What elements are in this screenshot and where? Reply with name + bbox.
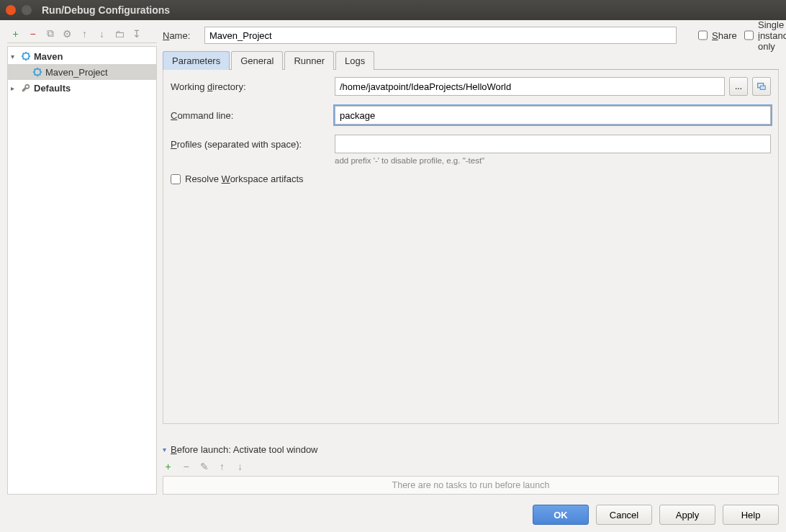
tree-node-defaults[interactable]: ▸ Defaults (8, 80, 156, 96)
svg-point-0 (23, 53, 30, 60)
add-task-icon[interactable]: + (163, 461, 173, 472)
tree-label-defaults: Defaults (34, 83, 71, 94)
tabs: Parameters General Runner Logs (163, 50, 779, 70)
help-button[interactable]: Help (723, 505, 779, 525)
single-instance-checkbox[interactable]: Single instance only (744, 19, 779, 52)
remove-config-icon[interactable]: − (27, 28, 38, 39)
working-directory-input[interactable] (335, 77, 725, 96)
before-launch-empty: There are no tasks to run before launch (392, 480, 550, 490)
move-up-icon[interactable]: ↑ (79, 28, 90, 39)
minimize-icon[interactable] (22, 5, 32, 15)
window-titlebar: Run/Debug Configurations (0, 0, 786, 20)
window-title: Run/Debug Configurations (42, 4, 170, 16)
move-down-icon[interactable]: ↓ (96, 28, 107, 39)
name-label: Name: (163, 30, 197, 41)
expander-icon[interactable]: ▸ (11, 84, 18, 92)
tree-node-maven-project[interactable]: Maven_Project (8, 64, 156, 80)
command-line-input[interactable] (335, 106, 771, 125)
tab-runner[interactable]: Runner (284, 51, 334, 70)
tab-logs[interactable]: Logs (335, 51, 374, 70)
copy-config-icon[interactable]: ⧉ (45, 28, 55, 39)
browse-button[interactable]: ... (729, 77, 748, 96)
expander-icon[interactable]: ▾ (11, 53, 18, 60)
tree-node-maven[interactable]: ▾ Maven (8, 48, 156, 64)
close-icon[interactable] (6, 5, 16, 15)
edit-defaults-icon[interactable]: ⚙ (62, 28, 73, 39)
profiles-label: Profiles (separated with space): (171, 139, 335, 150)
wrench-icon (21, 83, 31, 93)
tab-parameters[interactable]: Parameters (163, 51, 230, 70)
maven-gear-icon (32, 67, 42, 77)
remove-task-icon: − (181, 461, 191, 472)
cancel-button[interactable]: Cancel (596, 505, 652, 525)
before-launch-toolbar: + − ✎ ↑ ↓ (163, 461, 779, 472)
ok-button[interactable]: OK (533, 505, 589, 525)
dialog-buttons: OK Cancel Apply Help (7, 505, 779, 525)
before-launch-header[interactable]: ▾ Before launch: Activate tool window (163, 444, 779, 455)
sort-icon[interactable]: ↧ (131, 28, 142, 39)
config-toolbar: + − ⧉ ⚙ ↑ ↓ 🗀 ↧ (7, 24, 157, 43)
config-tree[interactable]: ▾ Maven Maven_Project ▸ (7, 46, 157, 495)
svg-rect-3 (760, 86, 765, 89)
tab-general[interactable]: General (231, 51, 283, 70)
task-down-icon: ↓ (235, 461, 245, 472)
apply-button[interactable]: Apply (659, 505, 715, 525)
insert-path-button[interactable] (752, 77, 771, 96)
name-input[interactable] (204, 27, 677, 44)
tree-label-maven: Maven (34, 51, 63, 62)
add-config-icon[interactable]: + (10, 28, 21, 39)
maven-gear-icon (21, 51, 31, 61)
profiles-input[interactable] (335, 135, 771, 153)
profiles-hint: add prefix '-' to disable profile, e.g. … (335, 156, 771, 165)
working-directory-label: Working directory: (171, 81, 335, 92)
task-up-icon: ↑ (217, 461, 227, 472)
before-launch-list[interactable]: There are no tasks to run before launch (163, 476, 779, 495)
svg-point-1 (35, 69, 41, 76)
command-line-label: Command line: (171, 110, 335, 121)
folder-icon[interactable]: 🗀 (114, 28, 125, 39)
resolve-workspace-checkbox[interactable]: Resolve Workspace artifacts (171, 173, 304, 184)
tree-label-maven-project: Maven_Project (45, 67, 108, 78)
edit-task-icon: ✎ (199, 461, 209, 472)
share-checkbox[interactable]: Share (698, 30, 733, 41)
collapse-icon[interactable]: ▾ (163, 446, 166, 454)
